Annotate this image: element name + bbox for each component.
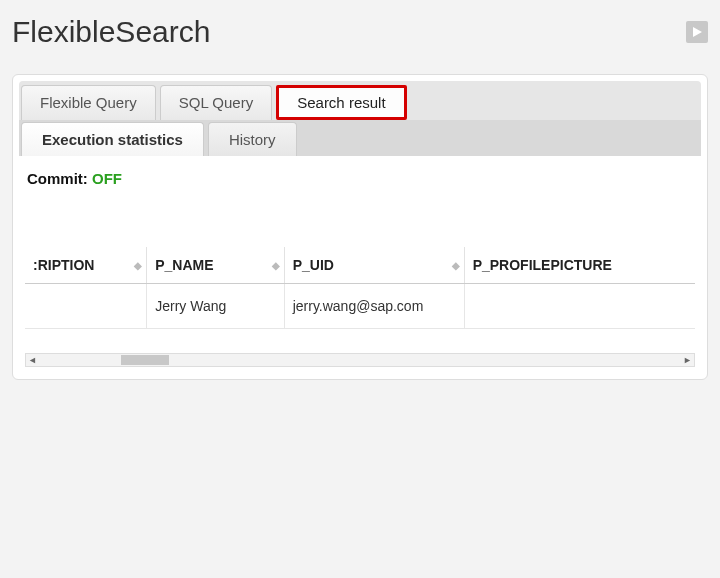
main-panel: Flexible Query SQL Query Search result E…	[12, 74, 708, 380]
run-query-icon[interactable]	[686, 21, 708, 43]
cell-description	[25, 284, 147, 329]
sort-caret-icon: ◆	[134, 260, 142, 271]
col-description[interactable]: :RIPTION ◆	[25, 247, 147, 284]
scroll-left-icon[interactable]: ◄	[28, 355, 37, 365]
horizontal-scrollbar[interactable]: ◄ ►	[25, 353, 695, 367]
col-p-uid[interactable]: P_UID ◆	[284, 247, 464, 284]
secondary-tab-row: Execution statistics History	[19, 120, 701, 156]
tab-execution-statistics[interactable]: Execution statistics	[21, 122, 204, 156]
results-table: :RIPTION ◆ P_NAME ◆ P_UID ◆ P_PROFILEP	[25, 247, 695, 329]
content-area: Commit: OFF :RIPTION ◆ P_NAME ◆	[19, 156, 701, 367]
primary-tab-row: Flexible Query SQL Query Search result	[19, 81, 701, 120]
scroll-right-icon[interactable]: ►	[683, 355, 692, 365]
col-p-name[interactable]: P_NAME ◆	[147, 247, 284, 284]
results-header-row: :RIPTION ◆ P_NAME ◆ P_UID ◆ P_PROFILEP	[25, 247, 695, 284]
tab-sql-query[interactable]: SQL Query	[160, 85, 272, 120]
sort-caret-icon: ◆	[452, 260, 460, 271]
svg-marker-0	[693, 27, 702, 37]
commit-value: OFF	[92, 170, 122, 187]
sort-caret-icon: ◆	[272, 260, 280, 271]
col-label: P_PROFILEPICTURE	[473, 257, 612, 273]
tab-history[interactable]: History	[208, 122, 297, 156]
col-label: :RIPTION	[33, 257, 94, 273]
table-row[interactable]: Jerry Wang jerry.wang@sap.com	[25, 284, 695, 329]
scroll-track[interactable]	[41, 354, 679, 366]
scroll-thumb[interactable]	[121, 355, 169, 365]
cell-p-profilepicture	[464, 284, 695, 329]
tab-flexible-query[interactable]: Flexible Query	[21, 85, 156, 120]
col-label: P_UID	[293, 257, 334, 273]
tab-search-result[interactable]: Search result	[276, 85, 406, 120]
col-label: P_NAME	[155, 257, 213, 273]
page-title: FlexibleSearch	[12, 15, 210, 49]
col-p-profilepicture[interactable]: P_PROFILEPICTURE ◆	[464, 247, 695, 284]
cell-p-uid: jerry.wang@sap.com	[284, 284, 464, 329]
cell-p-name: Jerry Wang	[147, 284, 284, 329]
results-table-wrap: :RIPTION ◆ P_NAME ◆ P_UID ◆ P_PROFILEP	[25, 247, 695, 329]
commit-status: Commit: OFF	[25, 166, 695, 207]
commit-label: Commit:	[27, 170, 88, 187]
